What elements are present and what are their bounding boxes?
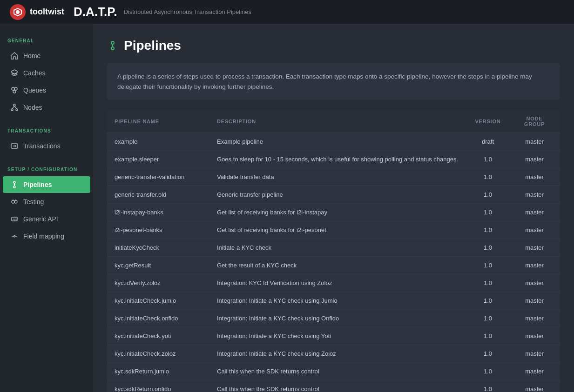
- sidebar-item-label: Testing: [23, 198, 44, 206]
- svg-point-15: [12, 200, 14, 203]
- table-row[interactable]: kyc.sdkReturn.jumioCall this when the SD…: [107, 363, 560, 380]
- table-row[interactable]: generic-transfer-validationValidate tran…: [107, 168, 560, 186]
- table: PIPELINE NAME DESCRIPTION VERSION NODE G…: [107, 110, 560, 392]
- field-mapping-icon: [10, 232, 19, 240]
- sidebar-item-label: Transactions: [23, 142, 61, 150]
- sidebar-item-pipelines[interactable]: Pipelines: [3, 176, 90, 193]
- svg-point-14: [14, 184, 15, 186]
- pipeline-description: Integration: KYC Id Verification using Z…: [209, 274, 467, 292]
- pipeline-name: example.sleeper: [107, 151, 209, 168]
- svg-point-4: [13, 90, 16, 93]
- svg-point-3: [14, 87, 17, 90]
- transactions-icon: [10, 142, 19, 150]
- pipeline-version: 1.0: [467, 221, 509, 239]
- main-content: Pipelines A pipeline is a series of step…: [93, 24, 574, 392]
- table-row[interactable]: i2i-pesonet-banksGet list of receiving b…: [107, 221, 560, 239]
- nodes-icon: [10, 103, 19, 112]
- pipeline-name: generic-transfer-validation: [107, 168, 209, 186]
- table-row[interactable]: example.sleeperGoes to sleep for 10 - 15…: [107, 151, 560, 168]
- svg-line-9: [14, 106, 17, 109]
- table-row[interactable]: kyc.sdkReturn.onfidoCall this when the S…: [107, 380, 560, 392]
- col-header-desc: DESCRIPTION: [209, 110, 467, 133]
- pipeline-description: Get list of receiving banks for i2i-peso…: [209, 221, 467, 239]
- sidebar-item-label: Nodes: [23, 104, 42, 111]
- svg-point-2: [12, 87, 14, 90]
- pipeline-nodegroup: master: [509, 310, 560, 327]
- pipeline-version: 1.0: [467, 345, 509, 363]
- sidebar-section-label: GENERAL: [0, 38, 93, 47]
- pipeline-version: 1.0: [467, 274, 509, 292]
- svg-point-1: [16, 10, 20, 14]
- sidebar-item-home[interactable]: Home: [3, 47, 90, 64]
- pipeline-name: initiateKycCheck: [107, 239, 209, 257]
- table-row[interactable]: kyc.idVerify.zolozIntegration: KYC Id Ve…: [107, 274, 560, 292]
- sidebar-section-label: SETUP / CONFIGURATION: [0, 167, 93, 176]
- sidebar-item-queues[interactable]: Queues: [3, 82, 90, 99]
- page-title: Pipelines: [124, 38, 181, 53]
- pipeline-nodegroup: master: [509, 363, 560, 380]
- pipeline-version: 1.0: [467, 204, 509, 221]
- pipeline-name: kyc.getResult: [107, 257, 209, 274]
- pipeline-version: 1.0: [467, 292, 509, 310]
- pipeline-nodegroup: master: [509, 292, 560, 310]
- table-row[interactable]: exampleExample pipelinedraftmaster: [107, 133, 560, 151]
- pipeline-description: Initiate a KYC check: [209, 239, 467, 257]
- pipelines-icon: [107, 40, 118, 51]
- page-header: Pipelines: [107, 38, 560, 53]
- sidebar: GENERALHomeCachesQueuesNodesTRANSACTIONS…: [0, 24, 93, 392]
- pipeline-description: Generic transfer pipeline: [209, 186, 467, 204]
- svg-point-20: [111, 47, 114, 50]
- pipeline-description: Goes to sleep for 10 - 15 seconds, which…: [209, 151, 467, 168]
- pipelines-icon: [10, 180, 19, 189]
- pipeline-description: Integration: Initiate a KYC check using …: [209, 310, 467, 327]
- table-body: exampleExample pipelinedraftmasterexampl…: [107, 133, 560, 392]
- info-text: A pipeline is a series of steps used to …: [117, 72, 550, 92]
- pipeline-description: Integration: Initiate a KYC check using …: [209, 327, 467, 345]
- pipeline-version: 1.0: [467, 186, 509, 204]
- sidebar-item-generic-api[interactable]: APIGeneric API: [3, 211, 90, 227]
- pipeline-description: Integration: Initiate a KYC check using …: [209, 292, 467, 310]
- svg-point-5: [14, 104, 15, 106]
- pipeline-nodegroup: master: [509, 239, 560, 257]
- pipeline-name: generic-transfer.old: [107, 186, 209, 204]
- sidebar-item-transactions[interactable]: Transactions: [3, 138, 90, 154]
- pipeline-name: kyc.sdkReturn.onfido: [107, 380, 209, 392]
- col-header-name: PIPELINE NAME: [107, 110, 209, 133]
- pipeline-description: Validate transfer data: [209, 168, 467, 186]
- logo-icon: [9, 4, 26, 20]
- pipeline-description: Call this when the SDK returns control: [209, 363, 467, 380]
- pipeline-name: example: [107, 133, 209, 151]
- queues-icon: [10, 86, 19, 94]
- table-row[interactable]: i2i-instapay-banksGet list of receiving …: [107, 204, 560, 221]
- sidebar-item-field-mapping[interactable]: Field mapping: [3, 228, 90, 245]
- svg-point-6: [11, 109, 13, 111]
- sidebar-item-caches[interactable]: Caches: [3, 65, 90, 81]
- app-subtitle: Distributed Asynchronous Transaction Pip…: [123, 8, 251, 15]
- sidebar-item-testing[interactable]: Testing: [3, 193, 90, 210]
- table-row[interactable]: kyc.initiateCheck.jumioIntegration: Init…: [107, 292, 560, 310]
- pipeline-nodegroup: master: [509, 345, 560, 363]
- logo-text: tooltwist: [30, 7, 64, 17]
- table-row[interactable]: kyc.initiateCheck.onfidoIntegration: Ini…: [107, 310, 560, 327]
- table-row[interactable]: kyc.getResultGet the result of a KYC che…: [107, 257, 560, 274]
- testing-icon: [10, 198, 19, 206]
- pipeline-version: 1.0: [467, 380, 509, 392]
- pipeline-version: 1.0: [467, 327, 509, 345]
- table-row[interactable]: kyc.initiateCheck.zolozIntegration: Init…: [107, 345, 560, 363]
- sidebar-item-label: Generic API: [23, 215, 58, 223]
- pipeline-name: kyc.initiateCheck.onfido: [107, 310, 209, 327]
- pipeline-name: kyc.idVerify.zoloz: [107, 274, 209, 292]
- layout: GENERALHomeCachesQueuesNodesTRANSACTIONS…: [0, 24, 574, 392]
- sidebar-item-nodes[interactable]: Nodes: [3, 99, 90, 116]
- svg-point-12: [14, 186, 15, 188]
- svg-line-8: [12, 106, 14, 109]
- pipeline-version: 1.0: [467, 151, 509, 168]
- table-row[interactable]: initiateKycCheckInitiate a KYC check1.0m…: [107, 239, 560, 257]
- home-icon: [10, 52, 19, 60]
- pipeline-nodegroup: master: [509, 151, 560, 168]
- table-row[interactable]: generic-transfer.oldGeneric transfer pip…: [107, 186, 560, 204]
- pipeline-version: 1.0: [467, 310, 509, 327]
- pipeline-name: kyc.initiateCheck.zoloz: [107, 345, 209, 363]
- table-row[interactable]: kyc.initiateCheck.yotiIntegration: Initi…: [107, 327, 560, 345]
- pipeline-nodegroup: master: [509, 204, 560, 221]
